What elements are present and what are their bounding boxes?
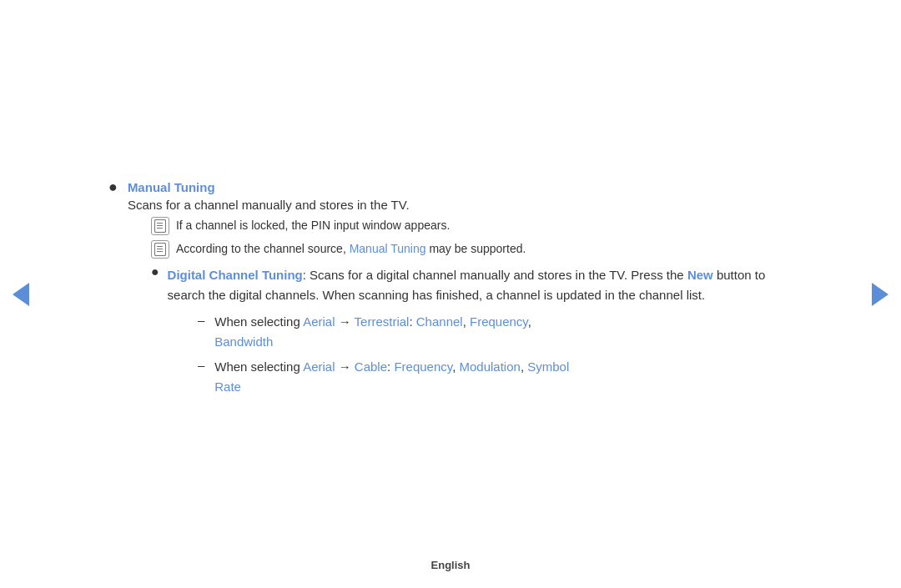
digital-tuning-text: Digital Channel Tuning: Scans for a digi… bbox=[168, 265, 793, 305]
aerial-link-2: Aerial bbox=[303, 359, 335, 374]
frequency-link-2: Frequency bbox=[394, 359, 452, 374]
dash-1-text: When selecting Aerial → Terrestrial: Cha… bbox=[214, 312, 531, 352]
bandwidth-link: Bandwidth bbox=[214, 334, 273, 349]
digital-tuning-section: ● Digital Channel Tuning: Scans for a di… bbox=[151, 265, 793, 397]
note-icon-inner-1 bbox=[154, 219, 166, 233]
dash-1-prefix: When selecting bbox=[214, 314, 303, 329]
note-icon-1 bbox=[151, 217, 169, 235]
note-2-link: Manual Tuning bbox=[350, 242, 426, 255]
bullet-dot: ● bbox=[108, 178, 118, 196]
dash-item-terrestrial: – When selecting Aerial → Terrestrial: C… bbox=[198, 312, 793, 352]
note-2: According to the channel source, Manual … bbox=[151, 240, 793, 259]
note-1-text: If a channel is locked, the PIN input wi… bbox=[176, 217, 450, 234]
dash-2-text: When selecting Aerial → Cable: Frequency… bbox=[214, 357, 569, 397]
dash-1-colon: : bbox=[409, 314, 415, 329]
dash-1-sep2: , bbox=[528, 314, 531, 329]
note-1: If a channel is locked, the PIN input wi… bbox=[151, 217, 793, 235]
note-2-text: According to the channel source, Manual … bbox=[176, 240, 526, 258]
content-area: ● Manual Tuning Scans for a channel manu… bbox=[92, 155, 809, 434]
nav-next-button[interactable] bbox=[868, 282, 893, 307]
frequency-link-1: Frequency bbox=[470, 314, 528, 329]
nav-prev-button[interactable] bbox=[8, 282, 33, 307]
note-icon-2 bbox=[151, 240, 169, 259]
manual-tuning-content: Manual Tuning Scans for a channel manual… bbox=[128, 180, 793, 402]
dash-items-section: – When selecting Aerial → Terrestrial: C… bbox=[198, 312, 793, 397]
note-2-suffix: may be supported. bbox=[426, 242, 526, 255]
footer-language: English bbox=[431, 559, 471, 571]
dash-item-cable: – When selecting Aerial → Cable: Frequen… bbox=[198, 357, 793, 397]
channel-link: Channel bbox=[416, 314, 463, 329]
dash-1-arrow: → bbox=[335, 314, 354, 329]
sub-bullet-dot: ● bbox=[151, 264, 159, 279]
manual-tuning-title: Manual Tuning bbox=[128, 180, 215, 194]
dash-symbol-2: – bbox=[198, 358, 204, 372]
manual-tuning-desc: Scans for a channel manually and stores … bbox=[128, 198, 793, 212]
dash-2-prefix: When selecting bbox=[214, 359, 303, 374]
aerial-link-1: Aerial bbox=[303, 314, 335, 329]
digital-tuning-item: ● Digital Channel Tuning: Scans for a di… bbox=[151, 265, 793, 305]
digital-tuning-desc1: Scans for a digital channel manually and… bbox=[306, 268, 687, 282]
dash-1-sep1: , bbox=[463, 314, 470, 329]
dash-2-sep2: , bbox=[521, 359, 527, 374]
digital-channel-tuning-link: Digital Channel Tuning bbox=[168, 268, 303, 282]
note-2-prefix: According to the channel source, bbox=[176, 242, 350, 255]
right-arrow-icon bbox=[872, 283, 888, 306]
language-label: English bbox=[431, 559, 471, 571]
dash-symbol-1: – bbox=[198, 313, 204, 327]
manual-tuning-description: Scans for a channel manually and stores … bbox=[128, 198, 410, 212]
dash-2-arrow: → bbox=[335, 359, 354, 374]
page-container: ● Manual Tuning Scans for a channel manu… bbox=[0, 0, 901, 588]
modulation-link: Modulation bbox=[459, 359, 520, 374]
left-arrow-icon bbox=[13, 283, 29, 306]
cable-link: Cable bbox=[355, 359, 387, 374]
terrestrial-link: Terrestrial bbox=[355, 314, 410, 329]
new-link: New bbox=[687, 268, 713, 282]
manual-tuning-section: ● Manual Tuning Scans for a channel manu… bbox=[108, 180, 793, 402]
symbol-rate-link: Symbol bbox=[527, 359, 569, 374]
manual-tuning-heading: Manual Tuning bbox=[128, 180, 793, 194]
note-icon-inner-2 bbox=[154, 243, 166, 256]
rate-link: Rate bbox=[214, 379, 241, 394]
